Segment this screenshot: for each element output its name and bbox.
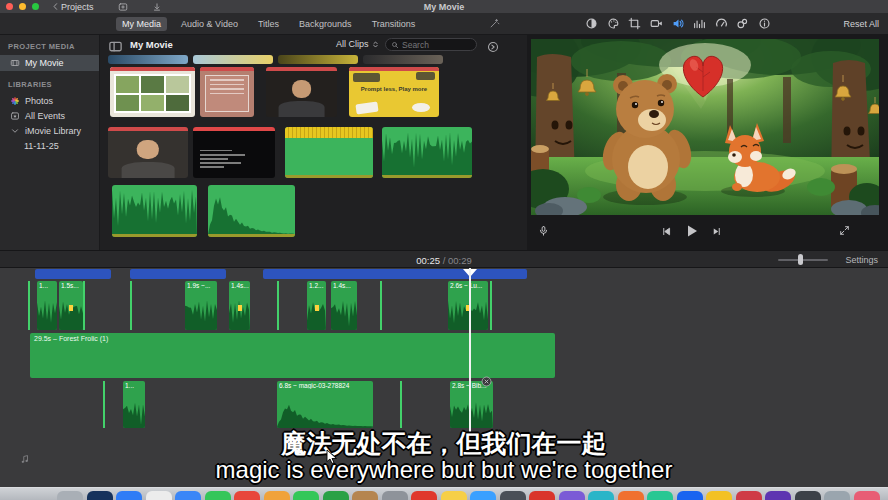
circle-arrow-icon[interactable]: [487, 39, 499, 51]
dock-app-icon[interactable]: [441, 491, 467, 500]
timeline-music-clip[interactable]: 29.5s – Forest Frolic (1): [30, 333, 555, 378]
sidebar-item-photos[interactable]: Photos: [0, 93, 99, 108]
skip-forward-icon[interactable]: [711, 226, 722, 237]
search-field[interactable]: [385, 38, 477, 51]
mic-icon[interactable]: [538, 224, 549, 238]
timeline-audio-clip[interactable]: 1.2...: [307, 281, 326, 330]
dock-app-icon[interactable]: [647, 491, 673, 500]
dock-app-icon[interactable]: [146, 491, 172, 500]
preview-controls: [527, 215, 888, 250]
timeline-title-bar[interactable]: [263, 269, 527, 279]
dock-app-icon[interactable]: [736, 491, 762, 500]
sidebar-item-11-11-25[interactable]: 11-11-25: [0, 138, 99, 153]
volume-icon[interactable]: [672, 17, 685, 30]
media-thumbnail-strip[interactable]: [193, 55, 273, 64]
speed-icon[interactable]: [715, 17, 728, 30]
dock-app-icon[interactable]: [323, 491, 349, 500]
timeline-audio-clip[interactable]: 1.9s ~...: [185, 281, 217, 330]
playhead-line[interactable]: [469, 268, 471, 432]
media-thumbnail-audio-top[interactable]: [285, 127, 373, 178]
dock-app-icon[interactable]: [824, 491, 850, 500]
macos-dock[interactable]: [0, 487, 888, 500]
dock-app-icon[interactable]: [706, 491, 732, 500]
dock-app-icon[interactable]: [765, 491, 791, 500]
sidebar-item-my-movie[interactable]: My Movie: [0, 55, 99, 71]
media-thumbnail-strip[interactable]: [108, 55, 188, 64]
all-clips-filter[interactable]: All Clips: [336, 39, 380, 49]
timeline-audio-clip[interactable]: 1...: [37, 281, 57, 330]
stabilization-icon[interactable]: [650, 17, 663, 30]
dock-app-icon[interactable]: [116, 491, 142, 500]
dock-app-icon[interactable]: [795, 491, 821, 500]
timeline-sfx-clip[interactable]: 6.8s ~ magic-03-278824: [277, 381, 373, 428]
dock-app-icon[interactable]: [293, 491, 319, 500]
media-thumbnail-strip[interactable]: [363, 55, 443, 64]
play-icon[interactable]: [684, 223, 700, 239]
dock-app-icon[interactable]: [618, 491, 644, 500]
close-window-button[interactable]: [6, 3, 13, 10]
media-thumbnail-collage[interactable]: [110, 67, 195, 117]
media-thumbnail-terminal[interactable]: [193, 127, 275, 178]
tab-backgrounds[interactable]: Backgrounds: [293, 17, 358, 31]
media-thumbnail-document[interactable]: [200, 67, 254, 117]
tab-titles[interactable]: Titles: [252, 17, 285, 31]
back-to-projects-button[interactable]: Projects: [51, 2, 94, 12]
effects-icon[interactable]: [736, 17, 749, 30]
timeline-title-bar[interactable]: [35, 269, 111, 279]
dock-app-icon[interactable]: [234, 491, 260, 500]
dock-app-icon[interactable]: [352, 491, 378, 500]
dock-app-icon[interactable]: [470, 491, 496, 500]
tab-my-media[interactable]: My Media: [116, 17, 167, 31]
sidebar-item-imovie-library[interactable]: iMovie Library: [0, 123, 99, 138]
media-thumbnail-strip[interactable]: [278, 55, 358, 64]
minimize-window-button[interactable]: [19, 3, 26, 10]
crop-icon[interactable]: [628, 17, 641, 30]
sidebar-toggle-icon[interactable]: [108, 39, 123, 51]
timeline-audio-clip[interactable]: 1.4s...: [331, 281, 357, 330]
timeline-title-bar[interactable]: [130, 269, 226, 279]
new-project-icon[interactable]: [118, 2, 128, 12]
timeline-sfx-clip[interactable]: 1...: [123, 381, 145, 428]
color-correction-icon[interactable]: [585, 17, 598, 30]
dock-app-icon[interactable]: [559, 491, 585, 500]
dock-app-icon[interactable]: [57, 491, 83, 500]
fullscreen-icon[interactable]: [839, 225, 850, 236]
palette-icon[interactable]: [607, 17, 620, 30]
dock-app-icon[interactable]: [588, 491, 614, 500]
media-thumbnail-webcam[interactable]: [266, 67, 337, 117]
info-icon[interactable]: [758, 17, 771, 30]
zoom-slider-thumb[interactable]: [798, 254, 803, 265]
sidebar-item-all-events[interactable]: All Events: [0, 108, 99, 123]
media-thumbnail-audio-decay[interactable]: [208, 185, 295, 237]
dock-app-icon[interactable]: [382, 491, 408, 500]
media-thumbnail-webcam2[interactable]: [108, 127, 188, 178]
timeline-audio-clip[interactable]: 2.6s ~ Lu...: [448, 281, 488, 330]
search-input[interactable]: [402, 40, 470, 50]
download-icon[interactable]: [152, 2, 162, 12]
zoom-slider-track[interactable]: [778, 259, 828, 261]
dock-app-icon[interactable]: [264, 491, 290, 500]
dock-app-icon[interactable]: [87, 491, 113, 500]
dock-app-icon[interactable]: [500, 491, 526, 500]
enhance-wand-icon[interactable]: [489, 18, 500, 29]
reset-all-button[interactable]: Reset All: [843, 19, 879, 29]
zoom-window-button[interactable]: [32, 3, 39, 10]
dock-app-icon[interactable]: [854, 491, 880, 500]
timeline-audio-clip[interactable]: 1.5s...: [59, 281, 83, 330]
timeline-sfx-clip[interactable]: 2.8s ~ Bib...: [450, 381, 493, 428]
media-thumbnail-audio-spikes[interactable]: [382, 127, 472, 178]
skip-back-icon[interactable]: [661, 226, 672, 237]
media-thumbnail-slide[interactable]: Prompt less, Play more: [349, 67, 439, 117]
dock-app-icon[interactable]: [205, 491, 231, 500]
clip-mute-badge[interactable]: [481, 376, 492, 387]
tab-audio-video[interactable]: Audio & Video: [175, 17, 244, 31]
timeline-audio-clip[interactable]: 1.4s...: [229, 281, 250, 330]
equalizer-icon[interactable]: [693, 17, 706, 30]
dock-app-icon[interactable]: [411, 491, 437, 500]
timeline-settings-button[interactable]: Settings: [845, 255, 878, 265]
dock-app-icon[interactable]: [529, 491, 555, 500]
media-thumbnail-audio-spikes[interactable]: [112, 185, 197, 237]
dock-app-icon[interactable]: [677, 491, 703, 500]
dock-app-icon[interactable]: [175, 491, 201, 500]
tab-transitions[interactable]: Transitions: [366, 17, 422, 31]
